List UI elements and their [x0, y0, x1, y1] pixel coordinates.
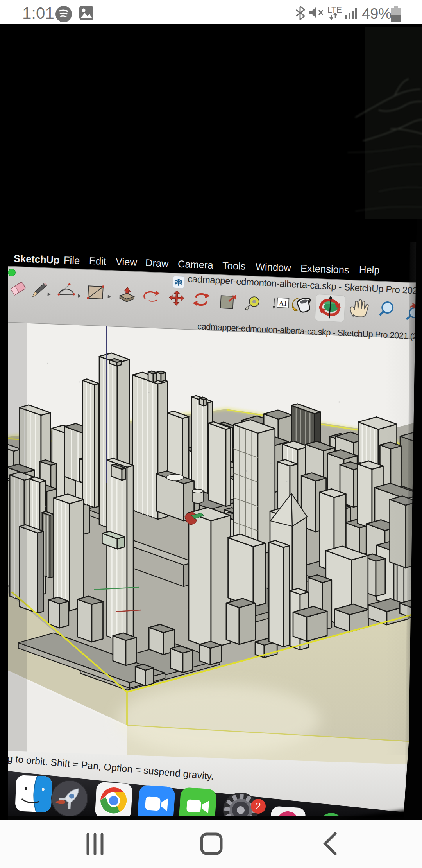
svg-text:File: File [64, 255, 80, 266]
svg-text:Camera: Camera [178, 258, 214, 271]
svg-text:Help: Help [359, 264, 380, 276]
svg-text:SketchUp: SketchUp [14, 253, 60, 265]
svg-text:Edit: Edit [89, 255, 107, 267]
svg-text:A1: A1 [279, 299, 287, 307]
svg-text:View: View [116, 256, 138, 268]
svg-text:Window: Window [256, 261, 291, 273]
svg-text:2: 2 [256, 801, 261, 811]
svg-text:Tools: Tools [222, 260, 246, 272]
svg-text:Draw: Draw [145, 257, 169, 269]
svg-text:Extensions: Extensions [300, 263, 350, 275]
